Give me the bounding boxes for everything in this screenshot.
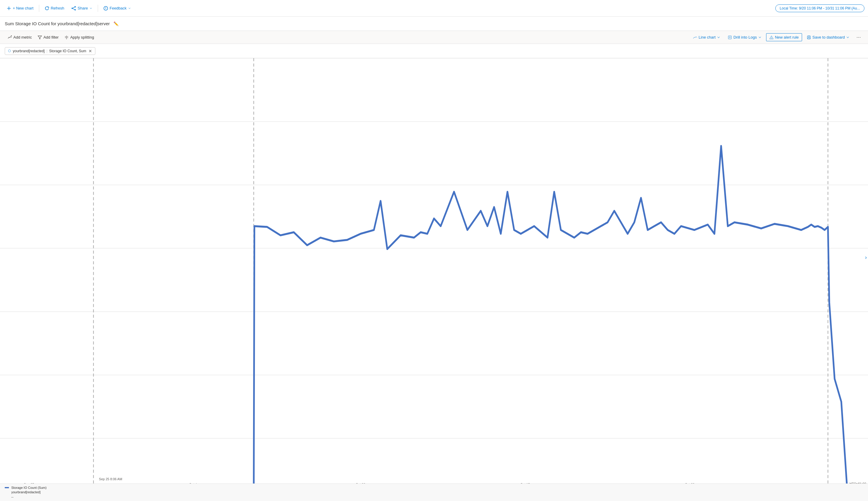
svg-point-3 xyxy=(75,9,76,10)
filter-icon xyxy=(38,35,42,40)
svg-rect-24 xyxy=(808,36,809,37)
svg-line-5 xyxy=(73,7,75,8)
tooltip-x-label: Sep 25 8:06 AM xyxy=(99,477,122,481)
legend-area: Storage IO Count (Sum) yourbrand[redacte… xyxy=(0,483,868,501)
toolbar-separator-2 xyxy=(98,5,98,12)
add-metric-icon xyxy=(8,35,12,40)
line-chart-button[interactable]: Line chart xyxy=(690,33,723,41)
logs-icon xyxy=(728,35,732,40)
expand-arrow[interactable]: › xyxy=(864,252,868,263)
svg-point-8 xyxy=(105,9,106,9)
chart-area: 700k 600k 500k 400k 300k 200k 100k 0 xyxy=(0,58,868,501)
metric-tags-area: ⬡ yourbrand[redacted] | Storage IO Count… xyxy=(0,44,868,58)
chart-section: 700k 600k 500k 400k 300k 200k 100k 0 xyxy=(0,58,868,501)
chart-svg xyxy=(0,58,868,501)
more-options-button[interactable]: ··· xyxy=(854,33,863,41)
svg-rect-25 xyxy=(808,38,810,39)
svg-point-22 xyxy=(771,38,772,39)
line-chart-chevron xyxy=(717,36,720,39)
legend-resource-label: yourbrand[redacted] xyxy=(11,490,46,494)
svg-line-6 xyxy=(73,8,75,10)
metric-tag-close[interactable]: ✕ xyxy=(88,49,92,53)
legend-color-swatch xyxy=(5,487,9,488)
svg-rect-17 xyxy=(729,36,732,39)
toolbar-separator xyxy=(39,5,39,12)
metrics-toolbar: Add metric Add filter Apply splitting Li… xyxy=(0,31,868,44)
top-toolbar: + New chart Refresh Share xyxy=(0,0,868,17)
line-chart-icon xyxy=(693,35,697,40)
right-controls: Line chart Drill into Logs New alert rul xyxy=(690,33,863,41)
save-chevron xyxy=(846,36,849,39)
add-filter-button[interactable]: Add filter xyxy=(35,33,62,41)
svg-marker-11 xyxy=(38,36,42,39)
legend-series-label: Storage IO Count (Sum) xyxy=(11,486,46,490)
share-icon xyxy=(71,6,76,11)
plus-icon xyxy=(7,6,11,11)
time-range-button[interactable]: Local Time: 9/20 11:06 PM - 10/31 11:06 … xyxy=(775,4,865,12)
drill-into-logs-button[interactable]: Drill into Logs xyxy=(725,33,764,41)
feedback-icon xyxy=(103,6,108,11)
resource-icon: ⬡ xyxy=(8,49,11,53)
refresh-button[interactable]: Refresh xyxy=(42,4,67,12)
metric-resource: yourbrand[redacted] xyxy=(13,49,44,53)
share-chevron-icon xyxy=(90,7,92,10)
svg-point-4 xyxy=(72,8,73,9)
legend-item: Storage IO Count (Sum) yourbrand[redacte… xyxy=(5,486,863,499)
chart-container: 700k 600k 500k 400k 300k 200k 100k 0 xyxy=(0,58,868,501)
chart-title: Sum Storage IO Count for yourbrand[redac… xyxy=(5,21,110,26)
add-metric-button[interactable]: Add metric xyxy=(5,33,35,41)
refresh-icon xyxy=(44,6,49,11)
metric-tag: ⬡ yourbrand[redacted] | Storage IO Count… xyxy=(5,47,95,55)
new-alert-rule-button[interactable]: New alert rule xyxy=(766,33,802,41)
save-to-dashboard-button[interactable]: Save to dashboard xyxy=(804,33,852,41)
chart-title-bar: Sum Storage IO Count for yourbrand[redac… xyxy=(0,17,868,31)
feedback-chevron-icon xyxy=(128,7,131,10)
edit-title-icon[interactable]: ✏️ xyxy=(114,21,118,26)
new-chart-button[interactable]: + New chart xyxy=(3,4,36,12)
save-icon xyxy=(807,35,811,40)
share-button[interactable]: Share xyxy=(68,4,95,12)
alert-icon xyxy=(770,35,774,40)
svg-point-2 xyxy=(75,6,76,7)
feedback-button[interactable]: Feedback xyxy=(101,4,134,12)
drill-logs-chevron xyxy=(759,36,761,39)
legend-value: -- xyxy=(11,495,46,499)
apply-splitting-button[interactable]: Apply splitting xyxy=(62,33,97,41)
legend-text: Storage IO Count (Sum) yourbrand[redacte… xyxy=(11,486,46,499)
metric-separator: | xyxy=(46,49,47,53)
metric-name: Storage IO Count, Sum xyxy=(49,49,86,53)
main-layout: + New chart Refresh Share xyxy=(0,0,868,501)
split-icon xyxy=(64,35,69,40)
